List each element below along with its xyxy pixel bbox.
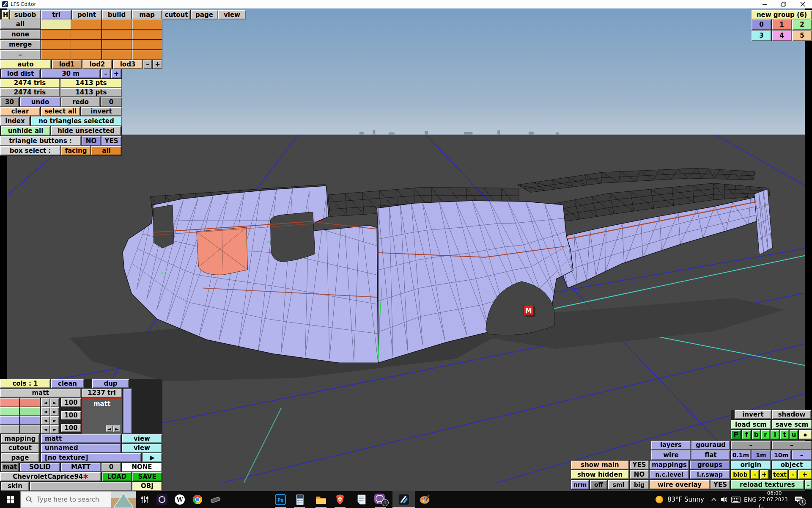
reload-textures-button[interactable]: reload textures — [731, 480, 804, 489]
nrm-sml-button[interactable]: sml — [608, 480, 629, 489]
color-value-100[interactable]: 100 — [61, 398, 81, 407]
app-viber-button[interactable]: 1 — [371, 491, 390, 508]
show-hidden-button[interactable]: show hidden — [571, 470, 629, 479]
lod-minus-button[interactable]: – — [143, 60, 152, 69]
index-button[interactable]: index — [0, 116, 30, 126]
search-highlight-image[interactable] — [111, 491, 136, 508]
subob-none[interactable]: none — [0, 30, 41, 39]
grid-10m-button[interactable]: 10m — [771, 450, 791, 460]
lod3-button[interactable]: lod3 — [113, 60, 143, 69]
view-dot-button[interactable]: ● — [799, 430, 812, 439]
color-value-100[interactable]: 100 — [61, 411, 81, 420]
subob-grid-cell[interactable] — [132, 40, 162, 50]
group-5[interactable]: 5 — [792, 30, 812, 41]
view-p-button[interactable]: P — [731, 430, 741, 439]
box-select-all[interactable]: all — [91, 146, 121, 155]
color-bar-b1[interactable] — [0, 416, 19, 425]
tab-map[interactable]: map — [132, 10, 162, 19]
subob-grid-cell[interactable] — [41, 19, 71, 29]
object-button[interactable]: object — [772, 461, 812, 469]
color-bar-r1[interactable] — [0, 398, 19, 407]
lod-auto[interactable]: auto — [0, 60, 51, 69]
obj-button[interactable]: OBJ — [132, 482, 162, 491]
taskbar-search[interactable] — [20, 491, 136, 508]
subob-grid-cell[interactable] — [71, 30, 102, 39]
unhide-all-button[interactable]: unhide all — [1, 126, 50, 135]
language-indicator[interactable]: ENG — [742, 491, 759, 508]
color-left-arrow[interactable]: ◄ — [41, 398, 50, 407]
selected-triangles[interactable] — [197, 227, 248, 275]
color-right-arrow[interactable]: ► — [50, 407, 59, 416]
group-4[interactable]: 4 — [772, 30, 792, 41]
material-name[interactable]: matt — [0, 389, 81, 398]
color-left-arrow[interactable]: ◄ — [41, 416, 50, 425]
move-marker[interactable]: M — [524, 305, 535, 317]
skin-value[interactable] — [30, 482, 132, 491]
mapping-value[interactable]: matt — [41, 434, 121, 443]
color-bar-a1[interactable] — [0, 425, 19, 433]
app-w-button[interactable]: W — [171, 491, 189, 508]
text-plus[interactable]: + — [798, 470, 812, 479]
color-bar-g2[interactable] — [20, 407, 40, 416]
load-scm-button[interactable]: load scm — [731, 420, 771, 429]
view-b-button[interactable]: b — [752, 430, 760, 439]
tab-subob[interactable]: subob — [10, 10, 41, 19]
grid-dash-button[interactable]: – — [792, 450, 812, 460]
lod-plus-button[interactable]: + — [153, 60, 162, 69]
subob-grid-cell[interactable] — [102, 40, 132, 50]
view-r-button[interactable]: r — [761, 430, 770, 439]
preview-left-arrow[interactable]: ◄ — [106, 425, 113, 432]
flat-button[interactable]: flat — [691, 450, 730, 460]
subob-grid-cell[interactable] — [102, 30, 132, 39]
group-3[interactable]: 3 — [752, 30, 771, 41]
color-bar-a2[interactable] — [20, 425, 40, 433]
subob-grid-cell[interactable] — [132, 30, 162, 39]
box-select-facing[interactable]: facing — [61, 146, 91, 155]
clock-widget[interactable]: 06:00 27.07.2023 г. — [759, 491, 790, 508]
hide-unselected-button[interactable]: hide unselected — [51, 126, 121, 135]
cutout-view-button[interactable]: view — [122, 444, 162, 453]
undo-button[interactable]: undo — [20, 97, 60, 107]
tab-h[interactable]: H — [2, 10, 9, 19]
nrm-big-button[interactable]: big — [630, 480, 649, 489]
tab-build[interactable]: build — [102, 10, 132, 19]
app-gray-button[interactable] — [206, 491, 224, 508]
layers-button[interactable]: layers — [651, 441, 691, 450]
lod-dist-minus[interactable]: – — [101, 69, 110, 78]
groups-button[interactable]: groups — [690, 461, 730, 469]
grid-01m-button[interactable]: 0.1m — [731, 450, 751, 460]
mat-zero[interactable]: 0 — [102, 463, 121, 472]
show-main-button[interactable]: show main — [571, 461, 629, 469]
layers-dash-1[interactable]: – — [731, 441, 771, 450]
view-f-button[interactable]: f — [742, 430, 751, 439]
nrm-button[interactable]: nrm — [571, 480, 589, 489]
cols-button[interactable]: cols : 1 — [0, 379, 50, 388]
subob-grid-cell[interactable] — [71, 50, 102, 60]
redo-button[interactable]: redo — [61, 97, 100, 107]
text-minus[interactable]: – — [789, 470, 797, 479]
origin-button[interactable]: origin — [731, 461, 771, 469]
lod2-button[interactable]: lod2 — [82, 60, 112, 69]
close-icon[interactable] — [793, 0, 812, 8]
subob-dash[interactable]: – — [0, 50, 41, 60]
cutout-value[interactable]: unnamed — [41, 444, 121, 453]
gouraud-button[interactable]: gouraud — [691, 441, 730, 450]
color-bar-b2[interactable] — [20, 416, 40, 425]
subob-grid-cell[interactable] — [41, 30, 71, 39]
show-main-yes[interactable]: YES — [630, 461, 649, 469]
wire-overlay-button[interactable]: wire overlay — [650, 480, 710, 489]
invert-button[interactable]: invert — [81, 107, 122, 116]
app-notepad-button[interactable] — [352, 491, 371, 508]
blob-plus[interactable]: + — [760, 470, 768, 479]
invert-view-button[interactable]: invert — [735, 410, 771, 419]
color-left-arrow[interactable]: ◄ — [41, 425, 50, 433]
app-paint-button[interactable] — [415, 491, 435, 508]
color-right-arrow[interactable]: ► — [50, 398, 59, 407]
clean-button[interactable]: clean — [51, 379, 84, 388]
tab-cutout[interactable]: cutout — [162, 10, 190, 19]
material-preview[interactable]: matt ◄ ► — [82, 398, 122, 434]
app-explorer-button[interactable] — [311, 491, 331, 508]
subob-grid-cell[interactable] — [41, 50, 71, 60]
subob-all[interactable]: all — [0, 19, 41, 29]
reload-dash[interactable]: – — [805, 480, 812, 489]
